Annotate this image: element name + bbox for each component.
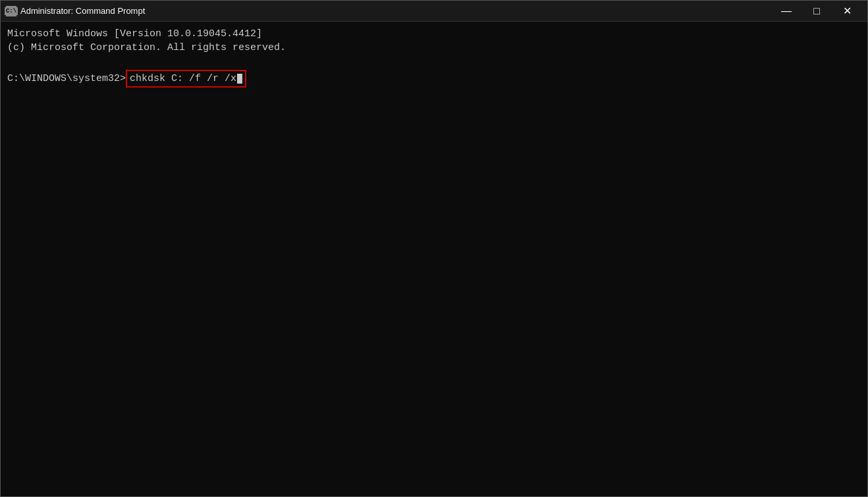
- prompt-text: C:\WINDOWS\system32>: [7, 72, 126, 86]
- cursor: [237, 74, 242, 84]
- output-line-2: (c) Microsoft Corporation. All rights re…: [7, 41, 861, 55]
- command-highlight-box: chkdsk C: /f /r /x: [126, 70, 246, 88]
- output-line-1: Microsoft Windows [Version 10.0.19045.44…: [7, 27, 861, 41]
- window-controls: — □ ✕: [771, 1, 862, 22]
- close-button[interactable]: ✕: [832, 1, 862, 22]
- command-text: chkdsk C: /f /r /x: [130, 72, 236, 86]
- maximize-button[interactable]: □: [801, 1, 832, 22]
- output-line-3: [7, 55, 861, 68]
- window-title: Administrator: Command Prompt: [20, 6, 771, 16]
- command-input-line: C:\WINDOWS\system32>chkdsk C: /f /r /x: [7, 70, 861, 88]
- terminal-body[interactable]: Microsoft Windows [Version 10.0.19045.44…: [1, 22, 867, 496]
- title-bar: C:\ Administrator: Command Prompt — □ ✕: [1, 1, 867, 22]
- app-icon: C:\: [6, 6, 16, 16]
- window: C:\ Administrator: Command Prompt — □ ✕ …: [0, 0, 868, 497]
- minimize-button[interactable]: —: [771, 1, 801, 22]
